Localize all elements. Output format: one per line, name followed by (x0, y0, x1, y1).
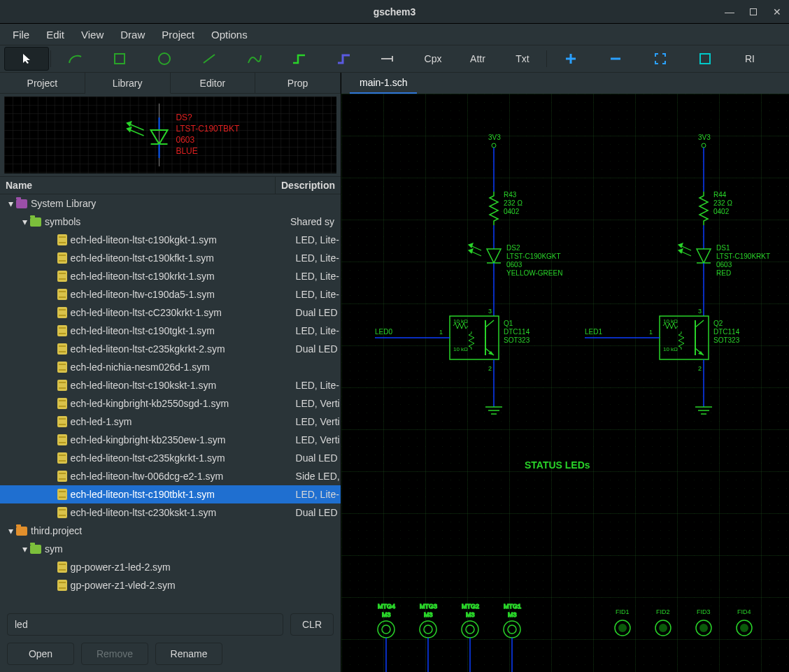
tree-row[interactable]: ▾symbolsShared sy (0, 213, 341, 231)
tree-row[interactable]: ech-led-liteon-ltw-c190da5-1.symLED, Lit… (0, 285, 341, 303)
svg-text:YELLOW-GREEN: YELLOW-GREEN (506, 269, 562, 277)
tool-line[interactable] (187, 47, 232, 71)
library-tree[interactable]: ▾System Library▾symbolsShared syech-led-… (0, 194, 341, 606)
chevron-down-icon[interactable]: ▾ (20, 216, 29, 227)
file-sym-icon (57, 252, 68, 264)
tool-arc[interactable] (52, 47, 97, 71)
tree-item-label: ech-led-liteon-ltst-c190tbkt-1.sym (71, 489, 287, 500)
tool-text[interactable]: Txt (500, 47, 545, 71)
file-sym-icon (57, 562, 68, 573)
clear-button[interactable]: CLR (290, 613, 334, 636)
menu-view[interactable]: View (74, 26, 111, 43)
tab-prop[interactable]: Prop (255, 73, 341, 94)
zoom-box-icon[interactable] (683, 47, 727, 71)
tree-item-label: ech-led-liteon-ltw-c190da5-1.sym (71, 289, 287, 300)
zoom-extents-icon[interactable] (638, 47, 683, 71)
maximize-icon[interactable] (750, 8, 757, 15)
svg-text:232 Ω: 232 Ω (713, 199, 732, 207)
tool-complex[interactable]: Cpx (411, 47, 455, 71)
svg-point-134 (740, 624, 748, 632)
tree-row[interactable]: ▾System Library (0, 194, 341, 213)
tree-row[interactable]: ech-led-kingbright-kb2550sgd-1.symLED, V… (0, 394, 341, 413)
titlebar: gschem3 — ✕ (0, 0, 789, 24)
close-icon[interactable]: ✕ (772, 6, 782, 17)
tab-editor[interactable]: Editor (171, 73, 256, 94)
tree-item-label: ech-led-kingbright-kb2350ew-1.sym (71, 434, 287, 445)
file-sym-icon (57, 580, 68, 591)
tree-item-desc: LED, Lite- (287, 252, 341, 264)
tree-row[interactable]: gp-power-z1-led-2.sym (0, 558, 341, 576)
tree-row[interactable]: ech-led-liteon-ltst-c190kfkt-1.symLED, L… (0, 249, 341, 267)
tree-item-label: ech-led-liteon-ltst-c235kgkrkt-2.sym (71, 343, 287, 355)
zoom-out-icon[interactable] (593, 47, 638, 71)
svg-text:FID4: FID4 (737, 608, 751, 615)
tree-row[interactable]: ▾third.project (0, 522, 341, 540)
tool-attribute[interactable]: Attr (455, 47, 500, 71)
schematic-canvas[interactable]: 3V3 R43 232 Ω 0402 DS2 (341, 94, 789, 672)
tree-row[interactable]: ech-led-nichia-nesm026d-1.sym (0, 358, 341, 376)
chevron-down-icon[interactable]: ▾ (6, 198, 15, 209)
svg-text:0603: 0603 (506, 261, 523, 269)
svg-text:10 kΩ: 10 kΩ (663, 346, 678, 352)
zoom-in-icon[interactable] (548, 47, 593, 71)
menu-edit[interactable]: Edit (39, 26, 71, 43)
tool-circle[interactable] (142, 47, 187, 71)
column-description[interactable]: Description (276, 177, 341, 194)
tool-ri[interactable]: RI (727, 47, 772, 71)
tool-net[interactable] (276, 47, 321, 71)
chevron-down-icon[interactable]: ▾ (6, 525, 15, 536)
column-name[interactable]: Name (0, 177, 276, 194)
file-sym-icon (57, 471, 68, 482)
symbol-preview: DS? LTST-C190TBKT 0603 BLUE (4, 96, 336, 173)
svg-text:LED0: LED0 (375, 328, 392, 336)
tree-row[interactable]: ech-led-liteon-ltst-c190krkt-1.symLED, L… (0, 267, 341, 285)
open-button[interactable]: Open (7, 643, 74, 665)
tool-bus[interactable] (321, 47, 366, 71)
tree-row[interactable]: ech-led-liteon-ltw-006dcg-e2-1.symSide L… (0, 467, 341, 485)
rename-button[interactable]: Rename (155, 643, 222, 665)
menu-project[interactable]: Project (155, 26, 201, 43)
tree-row[interactable]: ech-led-liteon-ltst-c190kgkt-1.symLED, L… (0, 231, 341, 249)
tree-item-label: ech-led-liteon-ltst-c230kskt-1.sym (71, 507, 287, 518)
svg-text:1: 1 (649, 329, 653, 336)
tree-item-desc: Side LED, (287, 471, 341, 482)
tree-row[interactable]: ech-led-1.symLED, Verti (0, 413, 341, 431)
menu-options[interactable]: Options (204, 26, 255, 43)
svg-text:0402: 0402 (713, 208, 730, 215)
svg-text:SOT323: SOT323 (713, 336, 740, 344)
tree-row[interactable]: ▾sym (0, 540, 341, 558)
chevron-down-icon[interactable]: ▾ (20, 543, 29, 555)
svg-text:0603: 0603 (716, 261, 732, 269)
tool-box[interactable] (97, 47, 142, 71)
tree-row[interactable]: ech-led-kingbright-kb2350ew-1.symLED, Ve… (0, 431, 341, 449)
tab-library[interactable]: Library (85, 73, 171, 94)
svg-text:DS?: DS? (176, 113, 192, 122)
right-panel: main-1.sch 3V3 R43 232 Ω (341, 73, 789, 672)
tree-row[interactable]: gp-power-z1-vled-2.sym (0, 576, 341, 594)
svg-text:3: 3 (698, 308, 702, 315)
tool-path[interactable] (232, 47, 276, 71)
doc-tab-main[interactable]: main-1.sch (350, 73, 417, 94)
svg-text:MTG2: MTG2 (462, 603, 479, 610)
tree-row[interactable]: ech-led-liteon-ltst-c190kskt-1.symLED, L… (0, 376, 341, 394)
tool-select[interactable] (4, 47, 49, 71)
tree-row[interactable]: ech-led-liteon-ltst-cC230krkt-1.symDual … (0, 303, 341, 322)
menu-file[interactable]: File (6, 26, 36, 43)
file-sym-icon (57, 271, 68, 282)
tree-item-label: System Library (31, 198, 248, 209)
minimize-icon[interactable]: — (725, 6, 734, 17)
menu-draw[interactable]: Draw (113, 26, 152, 43)
file-sym-icon (57, 307, 68, 318)
tree-row[interactable]: ech-led-liteon-ltst-c190tgkt-1.symLED, L… (0, 322, 341, 340)
tree-row[interactable]: ech-led-liteon-ltst-c235kgkrkt-2.symDual… (0, 340, 341, 358)
tree-row[interactable]: ech-led-liteon-ltst-c230kskt-1.symDual L… (0, 503, 341, 522)
svg-text:RED: RED (716, 269, 731, 277)
tool-pin[interactable] (366, 47, 411, 71)
svg-line-3 (204, 55, 215, 63)
search-input[interactable] (7, 613, 283, 636)
tree-row[interactable]: ech-led-liteon-ltst-c190tbkt-1.symLED, L… (0, 485, 341, 503)
svg-text:MTG3: MTG3 (420, 603, 437, 610)
tab-project[interactable]: Project (0, 73, 85, 94)
tree-row[interactable]: ech-led-liteon-ltst-c235kgkrkt-1.symDual… (0, 449, 341, 467)
file-sym-icon (57, 343, 68, 355)
